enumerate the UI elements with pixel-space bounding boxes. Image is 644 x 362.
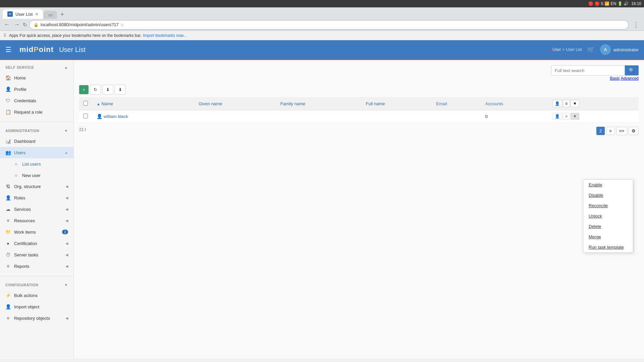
org-structure-icon: 🏗 (5, 184, 11, 189)
configuration-header[interactable]: CONFIGURATION ▼ (0, 280, 73, 290)
sidebar-item-server-tasks[interactable]: ⏱ Server tasks ◀ (0, 249, 73, 260)
sidebar-item-certification[interactable]: ● Certification ◀ (0, 238, 73, 249)
request-role-icon: 📋 (5, 109, 11, 115)
apps-grid-icon: ⠿ (3, 33, 6, 38)
sidebar-divider-2 (0, 276, 73, 276)
sidebar-item-users[interactable]: 👥 Users ▲ (0, 147, 73, 158)
col-full-name-label: Full name (366, 101, 385, 106)
users-table: ▲ Name Given name Family name (79, 97, 639, 123)
cart-icon[interactable]: 🛒 (587, 46, 595, 53)
import-bookmarks-link[interactable]: Import bookmarks now... (143, 33, 187, 38)
row-email-cell (432, 110, 481, 123)
advanced-search-link[interactable]: Advanced (621, 76, 639, 81)
system-time: 16:10 (631, 1, 641, 6)
dropdown-item-delete[interactable]: Delete (583, 221, 633, 232)
browser-menu-button[interactable]: ⋮ (631, 20, 641, 30)
basic-search-link[interactable]: Basic (610, 76, 620, 81)
content-inner: 🔍 Basic Advanced + (74, 60, 644, 142)
forward-button[interactable]: → (13, 20, 21, 29)
col-header-family-name[interactable]: Family name (276, 97, 362, 110)
row-action-dropdown-btn[interactable]: ▼ (571, 113, 579, 120)
dropdown-item-enable[interactable]: Enable (583, 180, 633, 190)
sidebar-item-reports[interactable]: ≡ Reports ◀ (0, 260, 73, 272)
reload-button[interactable]: ↻ (23, 22, 27, 28)
col-header-name[interactable]: ▲ Name (93, 97, 195, 110)
sidebar-item-home[interactable]: 🏠 Home (0, 72, 73, 83)
administration-header[interactable]: ADMINISTRATION ▼ (0, 126, 73, 135)
sidebar-certification-label: Certification (14, 241, 37, 246)
breadcrumb-user-link[interactable]: User (552, 47, 561, 52)
self-service-header[interactable]: SELF SERVICE ▲ (0, 63, 73, 72)
page-2-button[interactable]: 2 (596, 127, 605, 135)
sidebar-item-dashboard[interactable]: 📊 Dashboard (0, 135, 73, 147)
address-bar-row: ← → ↻ 🔒 localhost:8080/midpoint/admin/us… (0, 19, 644, 31)
col-header-given-name[interactable]: Given name (195, 97, 276, 110)
search-input[interactable] (551, 65, 625, 75)
sidebar-item-import-object[interactable]: 👤 Import object (0, 301, 73, 312)
download-button[interactable]: ⬇ (102, 85, 113, 95)
sidebar-item-request-role[interactable]: 📋 Request a role (0, 106, 73, 118)
sidebar-item-bulk-actions[interactable]: ⚡ Bulk actions (0, 290, 73, 301)
active-tab[interactable]: M User List ✕ (3, 9, 43, 19)
select-all-checkbox[interactable] (83, 101, 88, 106)
col-header-full-name[interactable]: Full name (362, 97, 432, 110)
sidebar-item-work-items[interactable]: 📁 Work items 2 (0, 226, 73, 238)
home-icon: 🏠 (5, 75, 11, 80)
list-users-icon: ○ (13, 161, 19, 167)
administration-chevron: ▼ (64, 129, 68, 133)
new-tab-button[interactable]: + (58, 10, 66, 19)
table-row: 👤 william black 0 (79, 110, 639, 123)
page-next-button[interactable]: > (606, 127, 615, 135)
hamburger-menu-icon[interactable]: ☰ (5, 46, 11, 54)
dropdown-item-run-task-template[interactable]: Run task template (583, 242, 633, 252)
dropdown-item-unlock[interactable]: Unlock (583, 211, 633, 221)
sidebar-item-org-structure[interactable]: 🏗 Org. structure ◀ (0, 181, 73, 192)
page-last-button[interactable]: >> (616, 127, 627, 135)
col-icon-btn-1[interactable]: 👤 (552, 100, 562, 107)
repository-objects-icon: ≡ (5, 315, 11, 321)
row-name-link[interactable]: william black (104, 114, 128, 119)
sidebar-item-list-users[interactable]: ○ List users (0, 158, 73, 170)
col-icon-btn-2[interactable]: ≡ (563, 100, 570, 107)
row-action-list-btn[interactable]: ≡ (563, 113, 570, 120)
sidebar-section-self-service: SELF SERVICE ▲ 🏠 Home 👤 Profile 🛡 Creden… (0, 60, 73, 120)
dropdown-item-disable[interactable]: Disable (583, 190, 633, 200)
sidebar-item-services[interactable]: ☁ Services ◀ (0, 203, 73, 215)
dropdown-item-merge[interactable]: Merge (583, 232, 633, 242)
row-checkbox[interactable] (83, 114, 88, 118)
services-chevron: ◀ (65, 207, 68, 212)
sidebar-item-new-user[interactable]: ○ New user (0, 170, 73, 181)
sidebar-item-credentials[interactable]: 🛡 Credentials (0, 95, 73, 106)
roles-icon: 👤 (5, 195, 11, 200)
export-button[interactable]: ⬇ (115, 85, 126, 95)
export-icon: ⬇ (118, 87, 122, 92)
search-button[interactable]: 🔍 (625, 65, 639, 75)
url-bar[interactable]: 🔒 localhost:8080/midpoint/admin/users?17… (29, 20, 629, 29)
col-header-accounts[interactable]: Accounts (481, 97, 549, 110)
inactive-tab[interactable]: ▭ (44, 11, 57, 19)
sidebar-item-resources[interactable]: ≡ Resources ◀ (0, 215, 73, 226)
dropdown-item-reconcile[interactable]: Reconcile (583, 200, 633, 211)
row-action-user-btn[interactable]: 👤 (552, 113, 562, 120)
bookmark-star-icon[interactable]: ☆ (120, 22, 124, 27)
tab-label: User List (15, 12, 33, 17)
table-header-row: ▲ Name Given name Family name (79, 97, 639, 110)
bottom-toolbar: 21 t 2 > >> ⚙ (79, 123, 639, 136)
add-button[interactable]: + (79, 85, 89, 94)
sidebar-section-configuration: CONFIGURATION ▼ ⚡ Bulk actions 👤 Import … (0, 278, 73, 326)
back-button[interactable]: ← (3, 20, 11, 29)
sidebar-roles-label: Roles (14, 195, 25, 200)
refresh-button[interactable]: ↻ (90, 85, 101, 95)
tab-close-button[interactable]: ✕ (35, 12, 38, 16)
sidebar-item-roles[interactable]: 👤 Roles ◀ (0, 192, 73, 203)
app-container: ☰ midPoint User List ● User > User List … (0, 40, 644, 359)
sidebar-item-profile[interactable]: 👤 Profile (0, 83, 73, 95)
col-dropdown-btn[interactable]: ▼ (571, 100, 579, 107)
user-menu[interactable]: A administrator (600, 44, 639, 55)
bulk-actions-icon: ⚡ (5, 293, 11, 298)
col-header-email[interactable]: Email (432, 97, 481, 110)
sidebar-section-administration: ADMINISTRATION ▼ 📊 Dashboard 👥 Users ▲ ○… (0, 123, 73, 275)
page-settings-button[interactable]: ⚙ (629, 127, 639, 135)
sidebar-item-repository-objects[interactable]: ≡ Repository objects ◀ (0, 312, 73, 324)
certification-icon: ● (5, 241, 11, 246)
